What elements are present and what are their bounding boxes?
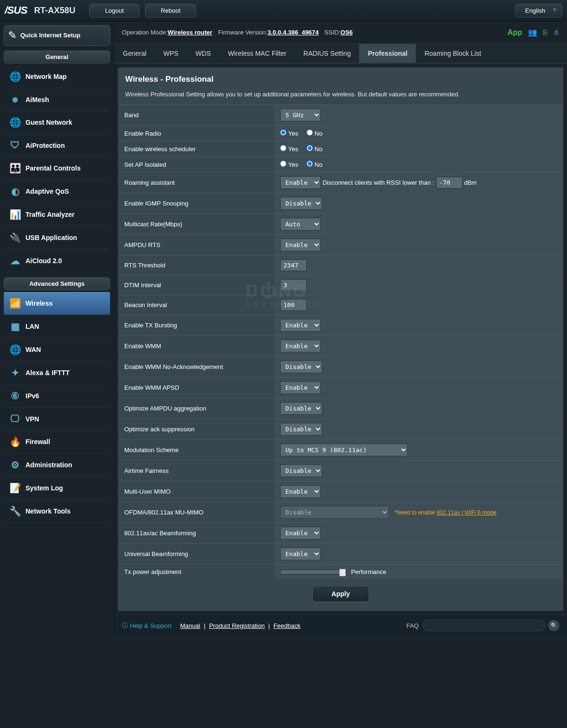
sidebar-item-vpn[interactable]: 🖵VPN [4,408,110,430]
ssid-link[interactable]: OS6 [341,29,353,36]
nav-icon: 🌐 [9,71,22,82]
rts-input[interactable] [280,259,307,271]
sidebar-item-aicloud-2-0[interactable]: ☁AiCloud 2.0 [4,249,110,273]
enable-radio-no[interactable] [307,129,313,136]
wmm-noack-label: Enable WMM No-Acknowledgement [119,357,275,377]
tx-burst-select[interactable]: Enable [280,319,321,332]
tx-power-value: Performance [351,568,386,575]
nav-icon: ⑥ [9,390,22,402]
beacon-input[interactable] [280,299,307,311]
multicast-label: Multicast Rate(Mbps) [119,214,275,235]
wmm-select[interactable]: Enable [280,340,321,352]
app-link[interactable]: App [507,28,522,37]
ofdma-note-link[interactable]: 802.11ax / WiFi 6 mode [437,509,497,516]
apply-button[interactable]: Apply [312,586,369,602]
tab-wps[interactable]: WPS [155,44,187,63]
fw-label: Firmware Version: [218,29,267,36]
tab-professional[interactable]: Professional [359,44,416,63]
usb-icon[interactable]: ⋔ [553,28,559,37]
logout-button[interactable]: Logout [89,4,139,17]
modulation-label: Modulation Scheme [119,440,275,461]
page-description: Wireless Professional Setting allows you… [119,89,563,104]
roaming-unit: dBm [464,179,477,186]
nav-icon: 🔥 [9,436,22,447]
fw-link[interactable]: 3.0.0.4.386_49674 [267,29,318,36]
sidebar-item-guest-network[interactable]: 🌐Guest Network [4,111,110,134]
beacon-label: Beacon Interval [119,295,275,315]
roaming-select[interactable]: Enable [280,176,321,189]
help-support-link[interactable]: Help & Support [130,622,172,629]
footer-link-manual[interactable]: Manual [180,622,200,629]
tab-roaming-block-list[interactable]: Roaming Block List [416,44,490,63]
sidebar-item-administration[interactable]: ⚙Administration [4,454,110,477]
opt-ack-label: Optimize ack suppression [119,419,275,440]
wmm-noack-select[interactable]: Disable [280,360,322,373]
sidebar-item-wan[interactable]: 🌐WAN [4,338,110,361]
op-mode-link[interactable]: Wireless router [168,29,213,36]
sidebar-item-wireless[interactable]: 📶Wireless [4,292,110,315]
roaming-label: Roaming assistant [119,172,275,193]
roaming-rssi-input[interactable] [436,177,463,188]
enable-radio-group[interactable]: Yes No [280,130,329,137]
beamforming-ax-label: 802.11ax/ac Beamforming [119,523,275,544]
beamforming-ax-select[interactable]: Enable [280,527,321,540]
sidebar-item-lan[interactable]: ▦LAN [4,315,110,338]
nav-icon: 🛡 [9,140,22,151]
roaming-desc: Disconnect clients with RSSI lower than … [323,179,434,186]
wmm-apsd-select[interactable]: Enable [280,381,321,394]
multicast-select[interactable]: Auto [280,218,321,231]
language-select[interactable]: English [515,4,562,17]
footer-link-product-registration[interactable]: Product Registration [209,622,265,629]
scheduler-group[interactable]: Yes No [280,146,329,153]
sidebar-item-aimesh[interactable]: ⎈AiMesh [4,88,110,111]
beamforming-u-select[interactable]: Enable [280,548,321,560]
sidebar-item-parental-controls[interactable]: 👪Parental Controls [4,157,110,180]
sidebar-item-alexa-ifttt[interactable]: ✦Alexa & IFTTT [4,361,110,385]
tab-wds[interactable]: WDS [187,44,220,63]
mumimo-select[interactable]: Enable [280,485,321,498]
slider-thumb[interactable] [339,569,346,576]
ampdu-rts-select[interactable]: Enable [280,239,321,251]
sidebar-item-firewall[interactable]: 🔥Firewall [4,430,110,454]
ap-isolated-yes[interactable] [280,161,286,167]
nav-icon: ✦ [9,367,22,378]
opt-ampdu-label: Optimize AMPDU aggregation [119,398,275,419]
footer-link-feedback[interactable]: Feedback [274,622,301,629]
tx-power-slider[interactable] [280,570,346,574]
airtime-select[interactable]: Disable [280,464,322,477]
users-icon[interactable]: 👥 [528,28,537,37]
sidebar-item-usb-application[interactable]: 🔌USB Application [4,226,110,249]
scheduler-no[interactable] [307,145,313,151]
aimesh-icon[interactable]: ⎘ [543,28,548,37]
ap-isolated-no[interactable] [307,161,313,167]
nav-icon: ◐ [9,186,22,197]
enable-radio-yes[interactable] [280,129,286,136]
tab-general[interactable]: General [114,44,155,63]
sidebar-item-adaptive-qos[interactable]: ◐Adaptive QoS [4,180,110,203]
band-select[interactable]: 5 GHz [280,109,321,121]
search-icon[interactable]: 🔍 [548,620,559,631]
modulation-select[interactable]: Up to MCS 9 (802.11ac) [280,444,408,456]
ap-isolated-group[interactable]: Yes No [280,161,329,168]
sidebar-item-traffic-analyzer[interactable]: 📊Traffic Analyzer [4,203,110,226]
igmp-select[interactable]: Disable [280,197,322,210]
tx-burst-label: Enable TX Bursting [119,315,275,336]
sidebar-item-aiprotection[interactable]: 🛡AiProtection [4,134,110,157]
opt-ampdu-select[interactable]: Disable [280,402,322,415]
sidebar-item-network-tools[interactable]: 🔧Network Tools [4,500,110,523]
sidebar-item-system-log[interactable]: 📝System Log [4,477,110,500]
sidebar-item-network-map[interactable]: 🌐Network Map [4,65,110,88]
dtim-input[interactable] [280,279,307,291]
nav-icon: 🌐 [9,117,22,128]
model-name: RT-AX58U [34,6,75,16]
tab-radius-setting[interactable]: RADIUS Setting [295,44,359,63]
quick-internet-setup-button[interactable]: ✎ Quick Internet Setup [4,25,110,46]
tab-wireless-mac-filter[interactable]: Wireless MAC Filter [219,44,295,63]
dtim-label: DTIM Interval [119,275,275,295]
faq-search-input[interactable] [422,620,545,631]
nav-icon: 🔧 [9,505,22,517]
scheduler-yes[interactable] [280,145,286,151]
reboot-button[interactable]: Reboot [145,4,196,17]
sidebar-item-ipv6[interactable]: ⑥IPv6 [4,385,110,408]
opt-ack-select[interactable]: Disable [280,423,322,436]
